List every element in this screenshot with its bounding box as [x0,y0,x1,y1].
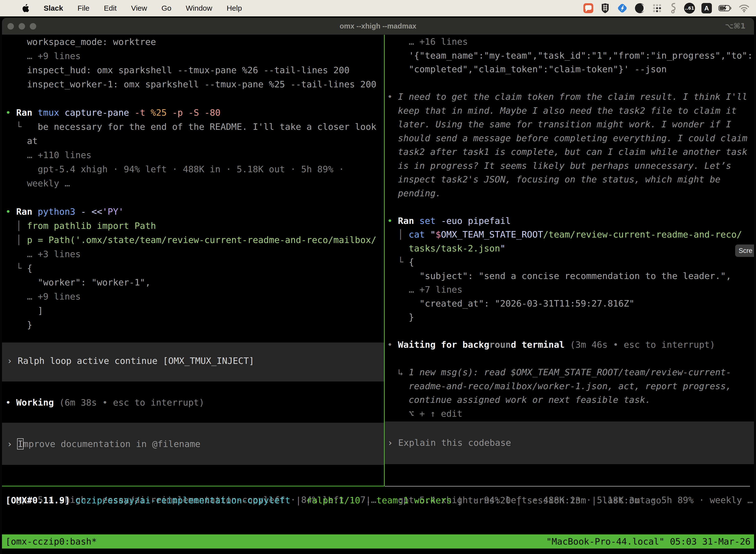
text-segment: ⌥ + ↑ edit [387,408,462,419]
battery-icon[interactable] [718,4,732,12]
menu-item-go[interactable]: Go [162,4,171,12]
terminal-line: ] [5,303,383,318]
text-segment: Ran [398,216,420,226]
terminal-content: workspace_mode: worktree … +9 lines insp… [2,35,754,554]
text-segment: at [5,136,38,146]
text-segment: • [387,340,398,350]
terminal-line: gpt-5.4 xhigh · 94% left · 488K in · 5.1… [5,162,383,176]
text-segment: capture-pane [64,107,134,118]
terminal-line: • I need to get the claim token from the… [387,90,754,104]
text-segment: %25 [150,107,172,118]
right-pane[interactable]: … +16 lines '{"team_name":"my-team","tas… [387,35,754,420]
menu-item-edit[interactable]: Edit [104,4,117,12]
text-segment: └ [387,257,409,267]
text-segment: weekly … [5,178,70,188]
timer-count-badge[interactable]: ..61 [684,3,695,14]
text-segment: task2 after task1 is complete, but can I… [387,147,747,157]
terminal-line: … +9 lines [5,289,383,303]
menu-bar-left: Slack File Edit View Go Window Help [0,4,242,12]
window-titlebar[interactable]: omx --xhigh --madmax ⌥⌘1 [2,18,754,35]
terminal-line: │ p = Path('.omx/state/team/review-curre… [5,233,383,247]
window-title: omx --xhigh --madmax [2,18,754,35]
text-segment: I need to get the claim token from the c… [398,92,747,102]
text-segment: ↳ [387,367,409,377]
menu-bar-status-icons: ..61 A [583,2,750,14]
menu-item-view[interactable]: View [131,4,147,12]
terminal-line [387,324,754,338]
pane-divider[interactable] [384,35,385,486]
left-prompt-input[interactable]: › Improve documentation in @filename [2,423,384,465]
text-segment: └ [5,263,27,273]
left-pane-border [2,486,384,487]
text-segment: { [409,257,414,267]
grid-badge-icon[interactable] [600,3,610,14]
working-status-line: • Working (6m 38s • esc to interrupt) [5,395,204,409]
terminal-line: • Ran set -euo pipefail [387,214,754,228]
text-segment: set [420,216,441,226]
text-segment: -t [134,107,150,118]
ralph-loop-banner-text: › Ralph loop active continue [OMX_TMUX_I… [7,354,384,368]
text-segment: | turns:20 | session:23m | last:3m ago [457,495,662,505]
text-segment: "created_at": "2026-03-31T11:59:27.816Z" [387,298,634,309]
text-segment: team:1 workers [377,495,457,505]
terminal-line: } [387,310,754,324]
text-segment: gpt-5.4 xhigh · 94% left · 488K in · 5.1… [5,164,344,174]
terminal-line [387,76,754,90]
text-segment: Waiting for backg [398,340,489,350]
text-segment: OMX_TEAM_STATE_ROOT [441,229,543,239]
text-segment: - << [81,207,102,217]
right-prompt-input[interactable]: › Explain this codebase [385,422,754,464]
menu-bar: Slack File Edit View Go Window Help [0,0,756,16]
crescent-circle-icon[interactable] [634,3,645,14]
text-segment: from pathlib import Path [27,221,156,231]
text-segment: Explain this codebase [398,438,511,448]
wifi-icon[interactable] [739,4,750,12]
text-segment: /team/review-current-readme-and-reco/ [543,229,742,239]
terminal-line: … +16 lines [387,35,754,49]
text-segment: │ [5,235,27,245]
text-segment: Ran [16,207,38,217]
input-source-icon[interactable]: A [701,3,712,13]
text-segment: • [5,207,16,217]
terminal-line: └ be necessary for the end of the README… [5,120,383,134]
text-segment: keep that in mind. Maybe I also need the… [387,106,737,116]
terminal-line: … +110 lines [5,148,383,162]
text-segment: Ran [16,107,38,118]
apple-menu-icon[interactable] [22,4,29,12]
text-segment: | [366,495,376,505]
text-segment: (3m 46s • esc to interrupt) [565,340,715,350]
text-segment: … +9 lines [5,291,81,301]
right-prompt-text[interactable]: › Explain this codebase [387,436,754,450]
screenshot-tooltip: Scre [735,244,754,257]
text-segment: 1 new msg(s): read $OMX_TEAM_STATE_ROOT/… [409,367,731,377]
terminal-line: │ from pathlib import Path [5,219,383,233]
text-segment: … +16 lines [387,37,468,47]
text-segment: pending. [387,188,441,198]
terminal-line: workspace_mode: worktree [5,35,383,49]
text-segment: -p -S -80 [172,107,220,118]
text-segment: } [5,320,32,330]
text-segment: { [27,263,33,273]
text-segment: python3 [38,207,81,217]
menu-item-window[interactable]: Window [186,4,212,12]
text-segment: " [430,229,436,239]
terminal-line: should send a message before completing … [387,131,754,145]
text-segment: 'PY' [102,207,124,217]
dots-grid-icon[interactable] [652,3,662,13]
chat-app-icon[interactable] [583,3,594,14]
left-pane[interactable]: workspace_mode: worktree … +9 lines insp… [5,35,383,484]
terminal-line [5,91,383,106]
tmux-session-label: [omx-cczip0:bash* [5,535,97,549]
terminal-line [387,352,754,366]
menu-item-help[interactable]: Help [227,4,242,12]
lightning-badge-icon[interactable] [617,2,628,14]
right-pane-border [385,486,750,487]
menu-item-file[interactable]: File [77,4,89,12]
squiggle-icon[interactable] [669,2,678,14]
text-segment: "worker": "worker-1", [5,277,150,287]
text-segment: } [387,312,414,322]
text-segment: • [5,397,16,407]
left-prompt-text[interactable]: › Improve documentation in @filename [7,437,384,451]
menu-item-slack[interactable]: Slack [44,4,63,12]
terminal-line [387,200,754,214]
